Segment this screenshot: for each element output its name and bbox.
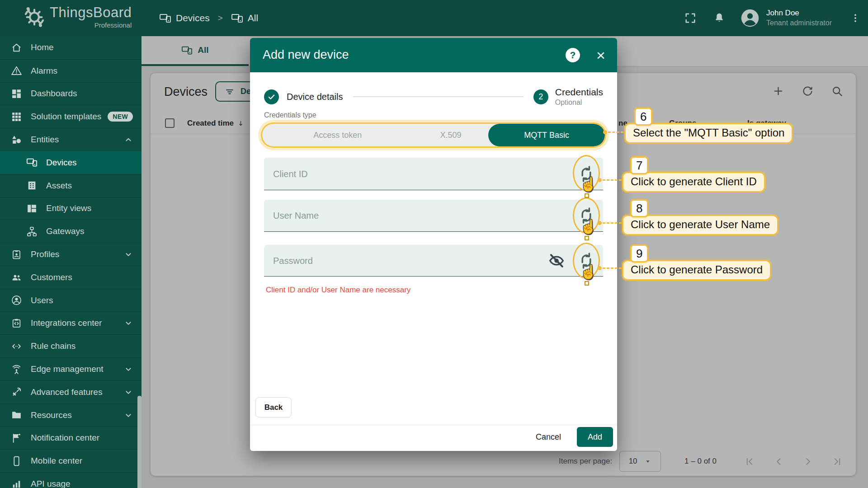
sidebar-item-label: Profiles — [31, 249, 59, 259]
avatar[interactable] — [740, 8, 760, 28]
resources-icon — [11, 409, 22, 421]
sidebar-item-dashboards[interactable]: Dashboards — [0, 82, 142, 105]
sidebar-item-users[interactable]: Users — [0, 289, 142, 312]
sidebar-item-label: Resources — [31, 410, 72, 420]
credentials-type-toggle: Access tokenX.509MQTT Basic — [262, 124, 605, 146]
entity-views-icon — [26, 203, 38, 214]
home-icon — [11, 42, 22, 53]
client-id-field[interactable]: Client ID — [264, 158, 603, 190]
entities-icon — [11, 134, 22, 145]
dialog-title: Add new device — [263, 48, 349, 62]
generate-password-icon[interactable] — [576, 251, 596, 271]
edge-icon — [11, 364, 22, 375]
chevron-down-icon — [123, 318, 133, 328]
password-field[interactable]: Password — [264, 245, 603, 277]
user-name: John Doe — [766, 8, 832, 18]
sidebar-item-home[interactable]: Home — [0, 36, 142, 59]
credentials-option-x-509[interactable]: X.509 — [413, 124, 489, 146]
alarm-icon — [11, 65, 22, 76]
sidebar-item-integrations-center[interactable]: Integrations center — [0, 312, 142, 335]
sidebar-item-edge-management[interactable]: Edge management — [0, 357, 142, 380]
step2-badge[interactable]: 2 — [533, 89, 548, 104]
cancel-button[interactable]: Cancel — [527, 427, 570, 447]
templates-icon — [11, 111, 22, 122]
kebab-menu-icon[interactable] — [850, 13, 861, 23]
api-icon — [11, 479, 22, 488]
breadcrumb-all[interactable]: All — [231, 12, 258, 24]
credentials-option-mqtt-basic[interactable]: MQTT Basic — [488, 124, 605, 146]
sidebar-item-devices[interactable]: Devices — [0, 151, 142, 174]
breadcrumb-devices[interactable]: Devices — [159, 12, 210, 24]
sidebar-scrollbar[interactable] — [137, 396, 142, 488]
cursor-cuff — [585, 236, 589, 240]
credentials-option-access-token[interactable]: Access token — [262, 124, 413, 146]
generate-client-id-icon[interactable] — [576, 164, 596, 184]
sidebar-item-label: Dashboards — [31, 89, 77, 99]
notifications-bell-icon[interactable] — [713, 12, 726, 24]
chevron-down-icon — [123, 364, 133, 374]
sidebar-item-entity-views[interactable]: Entity views — [0, 197, 142, 220]
sidebar-item-label: Solution templates — [31, 112, 101, 122]
logo[interactable]: ThingsBoard Professional — [23, 5, 132, 29]
sidebar-item-profiles[interactable]: Profiles — [0, 243, 142, 266]
step1-label: Device details — [287, 92, 343, 102]
step-complete-check-icon[interactable] — [264, 89, 279, 104]
sidebar-item-resources[interactable]: Resources — [0, 404, 142, 427]
sidebar-item-alarms[interactable]: Alarms — [0, 59, 142, 82]
generate-user-name-icon[interactable] — [576, 206, 596, 225]
user-role: Tenant administrator — [766, 18, 832, 28]
rule-chains-icon — [11, 341, 22, 352]
sidebar-item-rule-chains[interactable]: Rule chains — [0, 334, 142, 357]
step2-note: Optional — [555, 99, 603, 106]
sidebar-item-label: Alarms — [31, 66, 57, 76]
close-icon[interactable]: × — [592, 45, 610, 65]
sidebar-item-mobile-center[interactable]: Mobile center — [0, 449, 142, 472]
chevron-down-icon — [123, 249, 133, 259]
cursor-cuff — [585, 281, 589, 286]
sidebar-item-assets[interactable]: Assets — [0, 174, 142, 197]
client-id-placeholder: Client ID — [273, 169, 308, 179]
notifications-icon — [11, 432, 22, 444]
user-info[interactable]: John Doe Tenant administrator — [766, 8, 832, 28]
credentials-type-label: Credentials type — [264, 111, 316, 119]
sidebar-item-label: API usage — [31, 479, 71, 488]
fullscreen-icon[interactable] — [684, 12, 697, 24]
sidebar-item-entities[interactable]: Entities — [0, 128, 142, 151]
validation-error: Client ID and/or User Name are necessary — [266, 286, 410, 295]
back-button[interactable]: Back — [255, 397, 292, 418]
devices-icon — [159, 12, 171, 24]
dialog-header: Add new device ? × — [250, 38, 617, 72]
sidebar-item-label: Users — [31, 296, 53, 305]
sidebar-item-api-usage[interactable]: API usage — [0, 472, 142, 488]
advanced-icon — [11, 386, 22, 398]
sidebar-item-customers[interactable]: Customers — [0, 266, 142, 289]
sidebar-item-notification-center[interactable]: Notification center — [0, 427, 142, 450]
breadcrumb-label: All — [248, 13, 258, 23]
breadcrumb-label: Devices — [176, 13, 210, 23]
help-icon[interactable]: ? — [566, 48, 580, 62]
sidebar-item-gateways[interactable]: Gateways — [0, 220, 142, 243]
chevron-up-icon — [123, 135, 133, 145]
stepper: Device details 2 Credentials Optional — [264, 88, 603, 106]
sidebar-item-solution-templates[interactable]: Solution templatesNEW — [0, 105, 142, 128]
sidebar-item-label: Devices — [46, 158, 77, 168]
chevron-down-icon — [123, 387, 133, 397]
sidebar-item-advanced-features[interactable]: Advanced features — [0, 380, 142, 404]
mobile-icon — [11, 455, 22, 467]
add-device-dialog: Add new device ? × Device details 2 Cred… — [250, 38, 617, 451]
chevron-down-icon — [123, 410, 133, 420]
customers-icon — [11, 272, 22, 283]
breadcrumb-separator: > — [218, 13, 223, 23]
stepper-connector — [353, 96, 524, 97]
breadcrumb: Devices > All — [159, 0, 258, 36]
sidebar-item-label: Home — [31, 42, 54, 52]
password-placeholder: Password — [273, 255, 313, 266]
user-name-field[interactable]: User Name — [264, 200, 603, 232]
sidebar-items: HomeAlarmsDashboardsSolution templatesNE… — [0, 36, 142, 488]
add-button[interactable]: Add — [577, 427, 613, 447]
toggle-password-visibility-icon[interactable] — [547, 251, 566, 270]
app-edition: Professional — [94, 21, 132, 29]
sidebar-item-label: Rule chains — [31, 341, 75, 351]
cursor-cuff — [585, 193, 589, 198]
profiles-icon — [11, 249, 22, 260]
